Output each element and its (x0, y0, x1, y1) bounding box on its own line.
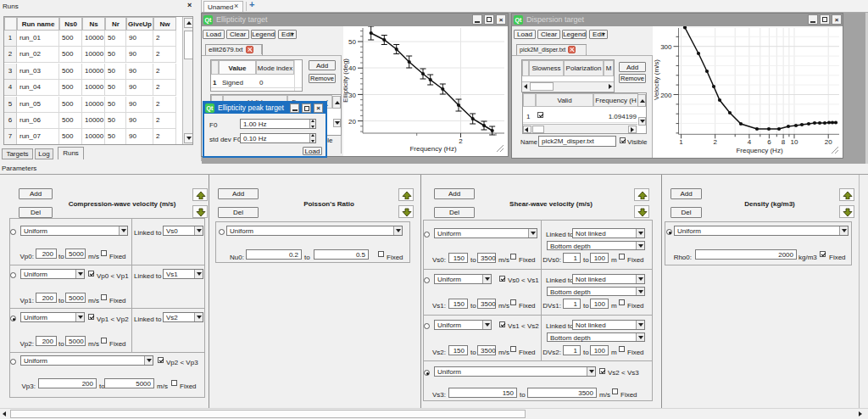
svg-text:Velocity (m/s): Velocity (m/s) (653, 59, 660, 100)
svg-text:2: 2 (713, 138, 717, 146)
svg-text:300: 300 (660, 43, 672, 51)
svg-text:2: 2 (459, 137, 463, 145)
svg-text:200: 200 (660, 92, 672, 99)
svg-text:Ellipticity (deg): Ellipticity (deg) (343, 59, 349, 103)
svg-text:20: 20 (348, 118, 356, 126)
svg-text:6: 6 (767, 138, 771, 146)
svg-text:50: 50 (348, 38, 356, 46)
svg-text:4: 4 (748, 138, 752, 146)
svg-text:Frequency (Hz): Frequency (Hz) (409, 145, 456, 153)
svg-text:40: 40 (348, 64, 356, 72)
svg-text:8: 8 (782, 138, 786, 146)
svg-text:Frequency (Hz): Frequency (Hz) (736, 147, 782, 154)
svg-text:1: 1 (679, 138, 683, 146)
svg-text:30: 30 (348, 92, 356, 99)
svg-text:10: 10 (791, 138, 798, 146)
svg-text:20: 20 (825, 138, 832, 146)
